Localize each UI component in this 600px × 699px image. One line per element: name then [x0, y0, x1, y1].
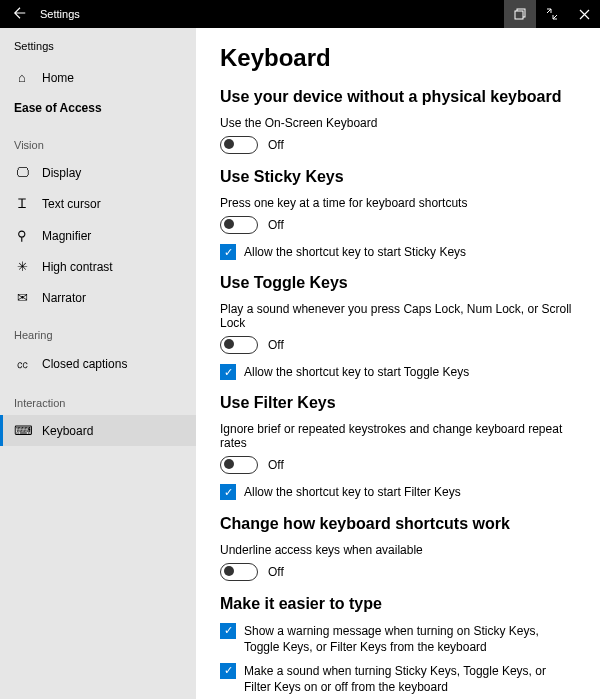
nav-ease-of-access[interactable]: Ease of Access: [0, 93, 196, 123]
close-button[interactable]: [568, 0, 600, 28]
group-hearing: Hearing: [0, 313, 196, 347]
nav-label: Ease of Access: [14, 101, 102, 115]
filter-shortcut-checkbox[interactable]: ✓: [220, 484, 236, 500]
section-onscreen-heading: Use your device without a physical keybo…: [220, 88, 576, 106]
toggle-state: Off: [268, 565, 284, 579]
filter-desc: Ignore brief or repeated keystrokes and …: [220, 422, 576, 450]
warn-checkbox[interactable]: ✓: [220, 623, 236, 639]
maximize-icon: [546, 8, 558, 20]
svg-rect-1: [515, 11, 523, 19]
nav-closed-captions[interactable]: ㏄ Closed captions: [0, 347, 196, 381]
restore-down-button[interactable]: [504, 0, 536, 28]
nav-label: Keyboard: [42, 424, 93, 438]
arrow-left-icon: [13, 6, 27, 20]
maximize-button[interactable]: [536, 0, 568, 28]
nav-label: Closed captions: [42, 357, 127, 371]
closed-captions-icon: ㏄: [14, 355, 30, 373]
home-icon: ⌂: [14, 70, 30, 85]
shortcuts-desc: Underline access keys when available: [220, 543, 576, 557]
sidebar: Settings ⌂ Home Ease of Access Vision 🖵 …: [0, 28, 196, 699]
toggle-shortcut-checkbox[interactable]: ✓: [220, 364, 236, 380]
nav-narrator[interactable]: ✉ Narrator: [0, 282, 196, 313]
magnifier-icon: ⚲: [14, 228, 30, 243]
section-toggle-heading: Use Toggle Keys: [220, 274, 576, 292]
onscreen-desc: Use the On-Screen Keyboard: [220, 116, 576, 130]
high-contrast-icon: ✳: [14, 259, 30, 274]
toggle-state: Off: [268, 138, 284, 152]
toggle-keys-toggle[interactable]: [220, 336, 258, 354]
nav-label: High contrast: [42, 260, 113, 274]
section-easier-heading: Make it easier to type: [220, 595, 576, 613]
sticky-desc: Press one key at a time for keyboard sho…: [220, 196, 576, 210]
filter-keys-toggle[interactable]: [220, 456, 258, 474]
checkbox-label: Allow the shortcut key to start Sticky K…: [244, 244, 466, 260]
nav-magnifier[interactable]: ⚲ Magnifier: [0, 220, 196, 251]
nav-high-contrast[interactable]: ✳ High contrast: [0, 251, 196, 282]
page-title: Keyboard: [220, 44, 576, 72]
restore-icon: [514, 8, 526, 20]
nav-display[interactable]: 🖵 Display: [0, 157, 196, 188]
checkbox-label: Show a warning message when turning on S…: [244, 623, 574, 655]
toggle-state: Off: [268, 458, 284, 472]
nav-label: Home: [42, 71, 74, 85]
nav-text-cursor[interactable]: Ꮖ Text cursor: [0, 188, 196, 220]
section-sticky-heading: Use Sticky Keys: [220, 168, 576, 186]
toggle-state: Off: [268, 338, 284, 352]
content-pane: Keyboard Use your device without a physi…: [196, 28, 600, 699]
nav-label: Narrator: [42, 291, 86, 305]
nav-keyboard[interactable]: ⌨ Keyboard: [0, 415, 196, 446]
nav-home[interactable]: ⌂ Home: [0, 62, 196, 93]
nav-label: Text cursor: [42, 197, 101, 211]
display-icon: 🖵: [14, 165, 30, 180]
titlebar: Settings: [0, 0, 600, 28]
toggle-state: Off: [268, 218, 284, 232]
group-vision: Vision: [0, 123, 196, 157]
narrator-icon: ✉: [14, 290, 30, 305]
sound-checkbox[interactable]: ✓: [220, 663, 236, 679]
checkbox-label: Allow the shortcut key to start Toggle K…: [244, 364, 469, 380]
checkbox-label: Allow the shortcut key to start Filter K…: [244, 484, 461, 500]
section-filter-heading: Use Filter Keys: [220, 394, 576, 412]
underline-access-toggle[interactable]: [220, 563, 258, 581]
section-shortcuts-heading: Change how keyboard shortcuts work: [220, 515, 576, 533]
checkbox-label: Make a sound when turning Sticky Keys, T…: [244, 663, 574, 695]
group-interaction: Interaction: [0, 381, 196, 415]
close-icon: [579, 9, 590, 20]
sticky-shortcut-checkbox[interactable]: ✓: [220, 244, 236, 260]
text-cursor-icon: Ꮖ: [14, 196, 30, 212]
sticky-keys-toggle[interactable]: [220, 216, 258, 234]
back-button[interactable]: [0, 6, 40, 23]
window-title: Settings: [40, 8, 80, 20]
onscreen-keyboard-toggle[interactable]: [220, 136, 258, 154]
keyboard-icon: ⌨: [14, 423, 30, 438]
nav-label: Display: [42, 166, 81, 180]
sidebar-header: Settings: [0, 36, 196, 62]
nav-label: Magnifier: [42, 229, 91, 243]
toggle-desc: Play a sound whenever you press Caps Loc…: [220, 302, 576, 330]
